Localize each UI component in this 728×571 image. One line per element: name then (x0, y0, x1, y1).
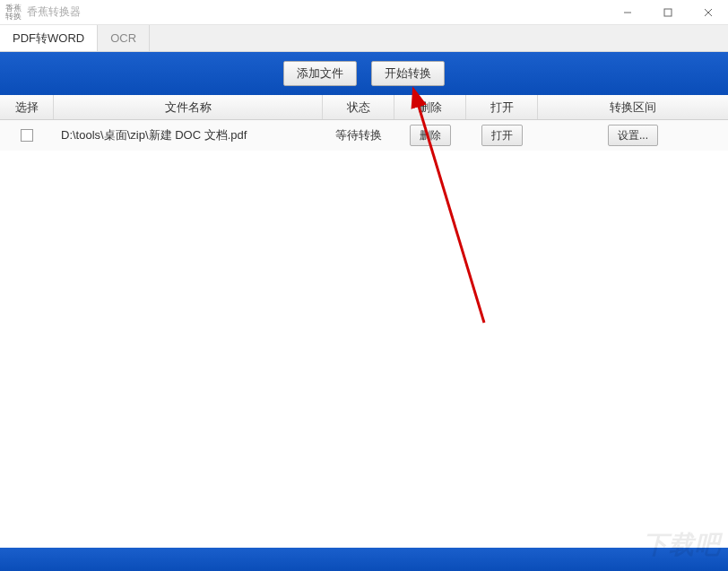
header-select: 选择 (0, 95, 54, 119)
tab-ocr[interactable]: OCR (98, 25, 150, 51)
header-status: 状态 (323, 95, 394, 119)
window-title: 香蕉转换器 (27, 4, 607, 20)
table-row: D:\tools\桌面\zip\新建 DOC 文档.pdf 等待转换 删除 打开… (0, 120, 728, 151)
maximize-button[interactable] (647, 0, 688, 24)
header-range: 转换区间 (538, 95, 728, 119)
row-checkbox[interactable] (21, 129, 33, 142)
title-bar: 香蕉 转换 香蕉转换器 (0, 0, 728, 25)
row-delete-cell: 删除 (394, 125, 466, 146)
row-select-cell (0, 129, 54, 142)
header-open: 打开 (466, 95, 538, 119)
row-open-cell: 打开 (466, 125, 538, 146)
table-header: 选择 文件名称 状态 删除 打开 转换区间 (0, 95, 728, 120)
tab-pdf-to-word[interactable]: PDF转WORD (0, 25, 98, 51)
header-delete: 删除 (394, 95, 466, 119)
close-button[interactable] (688, 0, 728, 24)
row-status: 等待转换 (323, 127, 394, 143)
tab-strip: PDF转WORD OCR (0, 25, 728, 52)
row-range-button[interactable]: 设置... (608, 125, 658, 146)
bottom-bar (0, 548, 728, 571)
row-range-cell: 设置... (538, 125, 728, 146)
start-convert-button[interactable]: 开始转换 (371, 61, 445, 86)
app-logo: 香蕉 转换 (5, 4, 22, 21)
row-delete-button[interactable]: 删除 (410, 125, 451, 146)
row-open-button[interactable]: 打开 (481, 125, 523, 146)
empty-area (0, 151, 728, 548)
minimize-button[interactable] (607, 0, 647, 24)
table-body: D:\tools\桌面\zip\新建 DOC 文档.pdf 等待转换 删除 打开… (0, 120, 728, 151)
row-filename: D:\tools\桌面\zip\新建 DOC 文档.pdf (54, 127, 323, 143)
add-file-button[interactable]: 添加文件 (283, 61, 357, 86)
header-filename: 文件名称 (54, 95, 323, 119)
svg-rect-1 (664, 9, 672, 16)
toolbar: 添加文件 开始转换 (0, 52, 728, 95)
window-controls (607, 0, 728, 24)
